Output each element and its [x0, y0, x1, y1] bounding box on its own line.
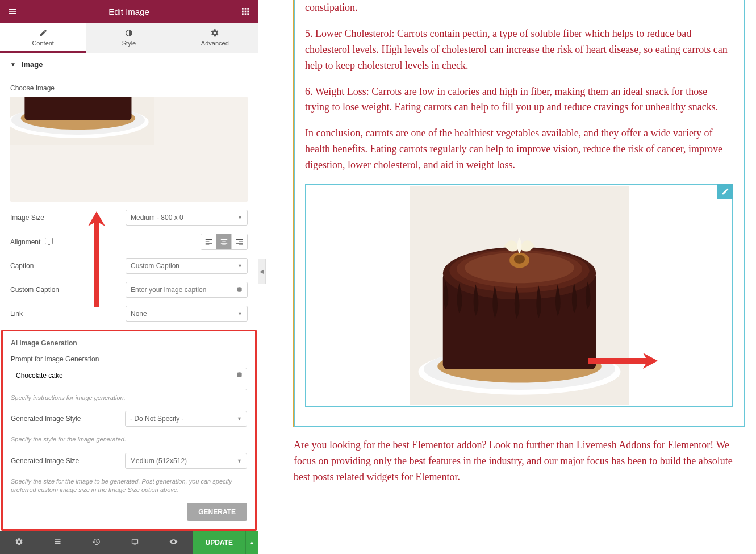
article-paragraph: 5. Lower Cholesterol: Carrots contain pe… — [305, 26, 733, 74]
alignment-buttons — [201, 234, 248, 250]
tab-advanced[interactable]: Advanced — [172, 23, 258, 53]
align-right-button[interactable] — [232, 234, 247, 249]
svg-rect-13 — [247, 8, 249, 10]
image-size-label: Image Size — [10, 214, 44, 222]
caption-select[interactable]: Custom Caption▼ — [126, 258, 248, 274]
dynamic-tags-icon[interactable] — [232, 368, 247, 390]
image-thumbnail[interactable] — [10, 97, 248, 202]
chevron-down-icon: ▼ — [237, 215, 243, 220]
svg-point-22 — [237, 372, 241, 374]
caret-down-icon: ▼ — [10, 61, 16, 68]
panel-footer: UPDATE ▲ — [0, 531, 258, 554]
article-paragraph: In conclusion, carrots are one of the he… — [305, 126, 733, 173]
svg-rect-12 — [245, 8, 247, 10]
gen-size-label: Generated Image Size — [11, 457, 79, 465]
ai-generation-section: AI Image Generation Prompt for Image Gen… — [1, 330, 257, 531]
gen-style-hint: Specify the style for the image generate… — [11, 435, 247, 444]
panel-tabs: Content Style Advanced — [0, 23, 258, 53]
prompt-input[interactable] — [11, 368, 232, 390]
caption-label: Caption — [10, 262, 34, 270]
gen-style-select[interactable]: - Do Not Specify -▼ — [125, 411, 247, 427]
history-icon[interactable] — [77, 532, 116, 553]
link-label: Link — [10, 310, 23, 318]
generate-button[interactable]: GENERATE — [187, 503, 247, 521]
update-button[interactable]: UPDATE — [193, 531, 245, 554]
article-section[interactable]: constipation. 5. Lower Cholesterol: Carr… — [294, 0, 745, 427]
gen-size-hint: Specify the size for the image to be gen… — [11, 477, 247, 495]
image-widget[interactable] — [305, 184, 733, 407]
align-left-button[interactable] — [201, 234, 216, 249]
svg-rect-16 — [247, 11, 249, 13]
svg-rect-15 — [245, 11, 247, 13]
alignment-label: Alignment — [10, 238, 53, 246]
svg-point-21 — [237, 287, 241, 289]
svg-rect-19 — [247, 13, 249, 15]
dynamic-tags-icon[interactable] — [236, 286, 243, 294]
canvas-preview: constipation. 5. Lower Cholesterol: Carr… — [258, 0, 756, 554]
svg-rect-11 — [242, 8, 244, 10]
update-options-button[interactable]: ▲ — [245, 531, 258, 554]
navigator-icon[interactable] — [39, 532, 77, 553]
responsive-icon[interactable] — [45, 238, 53, 244]
svg-rect-17 — [242, 13, 244, 15]
responsive-icon[interactable] — [116, 532, 154, 553]
generated-image — [410, 186, 629, 405]
align-center-button[interactable] — [216, 234, 232, 249]
chevron-down-icon: ▼ — [237, 458, 242, 464]
svg-rect-14 — [242, 11, 244, 13]
svg-rect-18 — [245, 13, 247, 15]
link-select[interactable]: None▼ — [126, 306, 248, 322]
tab-style[interactable]: Style — [86, 23, 172, 53]
prompt-label: Prompt for Image Generation — [11, 355, 247, 363]
chevron-down-icon: ▼ — [237, 416, 242, 422]
panel-header: Edit Image — [0, 0, 258, 23]
chevron-down-icon: ▼ — [237, 311, 243, 316]
prompt-hint: Specify instructions for image generatio… — [11, 394, 247, 402]
article-paragraph: 6. Weight Loss: Carrots are low in calor… — [305, 84, 733, 116]
gen-style-label: Generated Image Style — [11, 415, 81, 423]
custom-caption-label: Custom Caption — [10, 286, 59, 294]
panel-title: Edit Image — [18, 7, 240, 16]
gen-size-select[interactable]: Medium (512x512)▼ — [125, 453, 247, 469]
ai-title: AI Image Generation — [11, 339, 247, 347]
tab-content[interactable]: Content — [0, 23, 86, 53]
image-size-select[interactable]: Medium - 800 x 0▼ — [126, 210, 248, 226]
settings-icon[interactable] — [0, 532, 39, 553]
choose-image-label: Choose Image — [10, 84, 248, 92]
custom-caption-input[interactable] — [126, 282, 248, 298]
edit-widget-button[interactable] — [717, 184, 733, 199]
apps-icon[interactable] — [240, 6, 251, 17]
section-image[interactable]: ▼ Image — [0, 53, 258, 76]
preview-icon[interactable] — [154, 532, 193, 553]
article-paragraph: constipation. — [305, 0, 733, 16]
menu-icon[interactable] — [7, 6, 18, 17]
chevron-down-icon: ▼ — [237, 263, 243, 269]
article-paragraph: Are you looking for the best Elementor a… — [293, 438, 745, 485]
